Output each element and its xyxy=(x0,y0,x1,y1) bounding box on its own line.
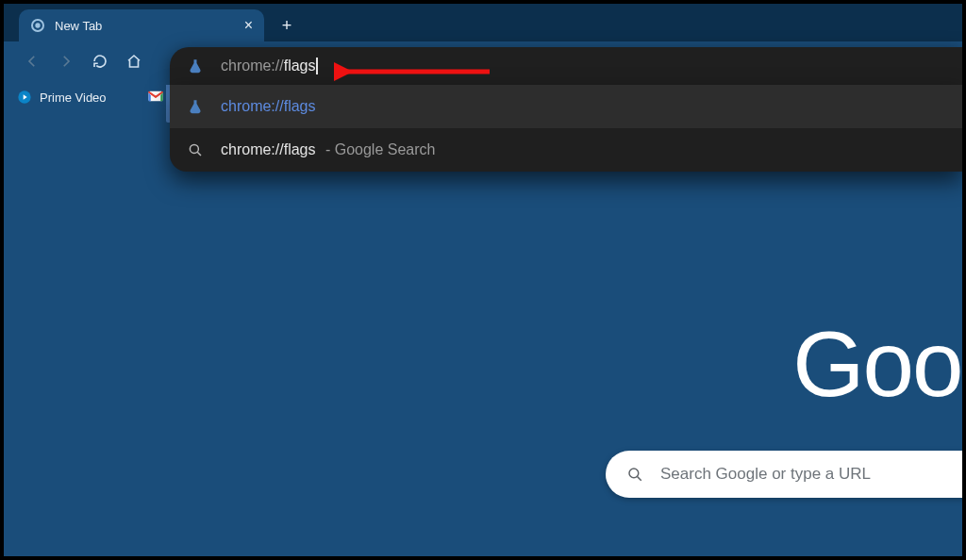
search-icon xyxy=(626,466,643,483)
close-tab-icon[interactable]: × xyxy=(244,17,253,34)
omnibox-suggestions: chrome://flags chrome://flags - Google S… xyxy=(170,85,962,172)
gmail-icon[interactable] xyxy=(147,88,164,105)
svg-point-6 xyxy=(629,469,639,478)
url-rest: flags xyxy=(284,58,316,74)
prime-video-icon xyxy=(17,90,32,105)
suggestion-text: chrome://flags xyxy=(221,98,315,115)
google-logo: Goog xyxy=(792,311,966,418)
omnibox-container: chrome://flags chrome://flags chrome://f… xyxy=(170,47,962,172)
ntp-search-box[interactable]: Search Google or type a URL xyxy=(606,451,966,498)
bookmark-label: Prime Video xyxy=(40,91,107,105)
back-button[interactable] xyxy=(19,48,45,74)
suggestion-row[interactable]: chrome://flags - Google Search xyxy=(170,128,962,172)
bookmark-prime-video[interactable]: Prime Video xyxy=(17,90,107,105)
browser-tab[interactable]: New Tab × xyxy=(19,9,264,41)
search-placeholder: Search Google or type a URL xyxy=(660,465,871,484)
new-tab-button[interactable]: + xyxy=(274,12,300,39)
forward-button[interactable] xyxy=(53,48,79,74)
tab-strip: New Tab × + xyxy=(4,4,962,41)
svg-point-4 xyxy=(190,144,198,153)
suggestion-row[interactable]: chrome://flags xyxy=(170,85,962,128)
search-icon xyxy=(187,141,204,158)
address-bar[interactable]: chrome://flags xyxy=(170,47,962,85)
home-button[interactable] xyxy=(121,48,147,74)
url-prefix: chrome:// xyxy=(221,58,284,74)
omnibox-text: chrome://flags xyxy=(221,58,318,75)
new-tab-content: Goog Search Google or type a URL xyxy=(4,113,962,556)
text-caret xyxy=(316,58,318,74)
suggestion-suffix: - Google Search xyxy=(321,141,435,157)
reload-button[interactable] xyxy=(87,48,113,74)
flask-icon xyxy=(187,58,204,74)
chrome-favicon-icon xyxy=(30,18,45,33)
svg-point-1 xyxy=(35,23,40,27)
suggestion-text: chrome://flags xyxy=(221,141,315,157)
tab-title: New Tab xyxy=(55,19,244,33)
flask-icon xyxy=(187,98,204,115)
